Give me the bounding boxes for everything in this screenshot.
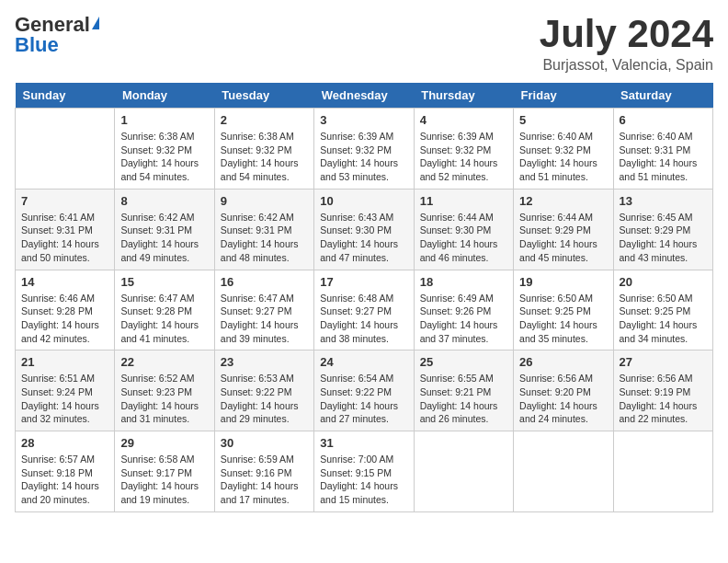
day-info: Sunrise: 6:44 AM Sunset: 9:30 PM Dayligh… [420, 211, 507, 265]
calendar-cell: 17Sunrise: 6:48 AM Sunset: 9:27 PM Dayli… [314, 270, 414, 350]
calendar-cell: 29Sunrise: 6:58 AM Sunset: 9:17 PM Dayli… [115, 431, 214, 512]
day-info: Sunrise: 6:59 AM Sunset: 9:16 PM Dayligh… [221, 453, 308, 507]
calendar-cell: 3Sunrise: 6:39 AM Sunset: 9:32 PM Daylig… [314, 109, 414, 190]
calendar-cell: 15Sunrise: 6:47 AM Sunset: 9:28 PM Dayli… [115, 270, 214, 350]
day-info: Sunrise: 6:38 AM Sunset: 9:32 PM Dayligh… [120, 130, 208, 184]
day-number: 5 [519, 113, 607, 127]
day-number: 1 [120, 113, 208, 127]
calendar-cell: 12Sunrise: 6:44 AM Sunset: 9:29 PM Dayli… [514, 189, 613, 270]
day-number: 15 [120, 275, 208, 289]
page-header: General Blue July 2024 Burjassot, Valenc… [15, 15, 713, 74]
week-row-1: 1Sunrise: 6:38 AM Sunset: 9:32 PM Daylig… [16, 109, 713, 190]
day-number: 23 [221, 355, 308, 369]
week-row-4: 21Sunrise: 6:51 AM Sunset: 9:24 PM Dayli… [16, 350, 713, 431]
week-row-5: 28Sunrise: 6:57 AM Sunset: 9:18 PM Dayli… [16, 431, 713, 512]
day-number: 30 [221, 436, 308, 450]
day-info: Sunrise: 6:47 AM Sunset: 9:28 PM Dayligh… [120, 292, 208, 346]
calendar-cell [613, 431, 712, 512]
day-number: 22 [120, 355, 208, 369]
calendar-cell: 28Sunrise: 6:57 AM Sunset: 9:18 PM Dayli… [16, 431, 115, 512]
header-row: SundayMondayTuesdayWednesdayThursdayFrid… [16, 83, 713, 109]
day-info: Sunrise: 6:58 AM Sunset: 9:17 PM Dayligh… [120, 453, 208, 507]
day-info: Sunrise: 6:55 AM Sunset: 9:21 PM Dayligh… [420, 372, 507, 426]
day-info: Sunrise: 6:45 AM Sunset: 9:29 PM Dayligh… [620, 211, 707, 265]
column-header-sunday: Sunday [16, 83, 115, 109]
day-info: Sunrise: 6:47 AM Sunset: 9:27 PM Dayligh… [221, 292, 308, 346]
day-info: Sunrise: 6:49 AM Sunset: 9:26 PM Dayligh… [420, 292, 507, 346]
calendar-cell: 19Sunrise: 6:50 AM Sunset: 9:25 PM Dayli… [514, 270, 613, 350]
day-number: 3 [320, 113, 407, 127]
calendar-cell: 14Sunrise: 6:46 AM Sunset: 9:28 PM Dayli… [16, 270, 115, 350]
day-number: 18 [420, 275, 507, 289]
calendar-cell: 1Sunrise: 6:38 AM Sunset: 9:32 PM Daylig… [115, 109, 214, 190]
logo: General Blue [15, 15, 99, 55]
day-number: 9 [221, 194, 308, 208]
day-info: Sunrise: 6:40 AM Sunset: 9:32 PM Dayligh… [519, 130, 607, 184]
day-info: Sunrise: 6:57 AM Sunset: 9:18 PM Dayligh… [21, 453, 108, 507]
day-info: Sunrise: 6:43 AM Sunset: 9:30 PM Dayligh… [320, 211, 407, 265]
day-info: Sunrise: 6:56 AM Sunset: 9:20 PM Dayligh… [519, 372, 607, 426]
column-header-saturday: Saturday [613, 83, 712, 109]
day-number: 17 [320, 275, 407, 289]
calendar-table: SundayMondayTuesdayWednesdayThursdayFrid… [15, 83, 713, 512]
calendar-cell: 5Sunrise: 6:40 AM Sunset: 9:32 PM Daylig… [514, 109, 613, 190]
calendar-cell: 18Sunrise: 6:49 AM Sunset: 9:26 PM Dayli… [414, 270, 513, 350]
logo-icon [92, 17, 99, 29]
calendar-cell: 26Sunrise: 6:56 AM Sunset: 9:20 PM Dayli… [514, 350, 613, 431]
day-info: Sunrise: 6:52 AM Sunset: 9:23 PM Dayligh… [120, 372, 208, 426]
calendar-cell: 20Sunrise: 6:50 AM Sunset: 9:25 PM Dayli… [613, 270, 712, 350]
day-number: 26 [519, 355, 607, 369]
day-number: 28 [21, 436, 108, 450]
calendar-location: Burjassot, Valencia, Spain [540, 57, 713, 74]
column-header-friday: Friday [514, 83, 613, 109]
calendar-cell: 13Sunrise: 6:45 AM Sunset: 9:29 PM Dayli… [613, 189, 712, 270]
day-info: Sunrise: 6:38 AM Sunset: 9:32 PM Dayligh… [221, 130, 308, 184]
day-number: 31 [320, 436, 407, 450]
calendar-cell [514, 431, 613, 512]
day-info: Sunrise: 6:50 AM Sunset: 9:25 PM Dayligh… [620, 292, 707, 346]
calendar-cell: 10Sunrise: 6:43 AM Sunset: 9:30 PM Dayli… [314, 189, 414, 270]
calendar-cell: 8Sunrise: 6:42 AM Sunset: 9:31 PM Daylig… [115, 189, 214, 270]
title-area: July 2024 Burjassot, Valencia, Spain [540, 15, 713, 74]
column-header-thursday: Thursday [414, 83, 513, 109]
column-header-wednesday: Wednesday [314, 83, 414, 109]
calendar-cell: 25Sunrise: 6:55 AM Sunset: 9:21 PM Dayli… [414, 350, 513, 431]
day-info: Sunrise: 6:41 AM Sunset: 9:31 PM Dayligh… [21, 211, 108, 265]
day-info: Sunrise: 6:48 AM Sunset: 9:27 PM Dayligh… [320, 292, 407, 346]
calendar-cell: 24Sunrise: 6:54 AM Sunset: 9:22 PM Dayli… [314, 350, 414, 431]
day-number: 12 [519, 194, 607, 208]
day-number: 2 [221, 113, 308, 127]
logo-blue-text: Blue [15, 35, 59, 55]
day-number: 10 [320, 194, 407, 208]
day-number: 24 [320, 355, 407, 369]
day-info: Sunrise: 6:50 AM Sunset: 9:25 PM Dayligh… [519, 292, 607, 346]
calendar-cell: 31Sunrise: 7:00 AM Sunset: 9:15 PM Dayli… [314, 431, 414, 512]
day-number: 11 [420, 194, 507, 208]
calendar-cell: 30Sunrise: 6:59 AM Sunset: 9:16 PM Dayli… [214, 431, 313, 512]
day-info: Sunrise: 6:53 AM Sunset: 9:22 PM Dayligh… [221, 372, 308, 426]
calendar-cell: 22Sunrise: 6:52 AM Sunset: 9:23 PM Dayli… [115, 350, 214, 431]
day-number: 7 [21, 194, 108, 208]
week-row-2: 7Sunrise: 6:41 AM Sunset: 9:31 PM Daylig… [16, 189, 713, 270]
day-info: Sunrise: 6:42 AM Sunset: 9:31 PM Dayligh… [120, 211, 208, 265]
week-row-3: 14Sunrise: 6:46 AM Sunset: 9:28 PM Dayli… [16, 270, 713, 350]
day-number: 25 [420, 355, 507, 369]
day-info: Sunrise: 6:39 AM Sunset: 9:32 PM Dayligh… [420, 130, 507, 184]
day-number: 4 [420, 113, 507, 127]
calendar-cell: 4Sunrise: 6:39 AM Sunset: 9:32 PM Daylig… [414, 109, 513, 190]
day-number: 8 [120, 194, 208, 208]
day-number: 27 [620, 355, 707, 369]
calendar-cell: 11Sunrise: 6:44 AM Sunset: 9:30 PM Dayli… [414, 189, 513, 270]
day-info: Sunrise: 6:46 AM Sunset: 9:28 PM Dayligh… [21, 292, 108, 346]
day-info: Sunrise: 6:56 AM Sunset: 9:19 PM Dayligh… [620, 372, 707, 426]
calendar-cell: 2Sunrise: 6:38 AM Sunset: 9:32 PM Daylig… [214, 109, 313, 190]
calendar-cell: 9Sunrise: 6:42 AM Sunset: 9:31 PM Daylig… [214, 189, 313, 270]
column-header-monday: Monday [115, 83, 214, 109]
calendar-cell: 21Sunrise: 6:51 AM Sunset: 9:24 PM Dayli… [16, 350, 115, 431]
day-number: 29 [120, 436, 208, 450]
day-number: 6 [620, 113, 707, 127]
calendar-cell: 23Sunrise: 6:53 AM Sunset: 9:22 PM Dayli… [214, 350, 313, 431]
column-header-tuesday: Tuesday [214, 83, 313, 109]
day-info: Sunrise: 6:39 AM Sunset: 9:32 PM Dayligh… [320, 130, 407, 184]
day-number: 21 [21, 355, 108, 369]
